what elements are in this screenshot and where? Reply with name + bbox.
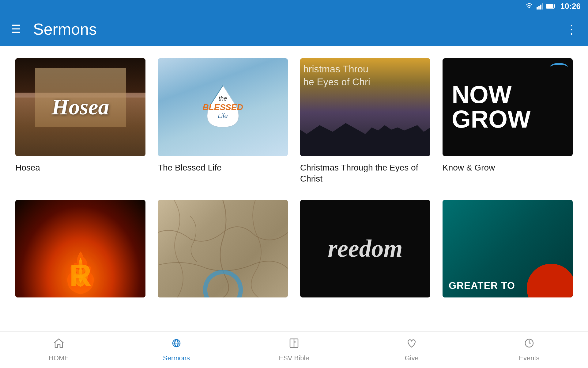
nav-item-sermons[interactable]: Sermons — [118, 337, 235, 362]
page-title: Sermons — [33, 20, 565, 38]
nav-item-home[interactable]: HOME — [0, 337, 118, 362]
sermon-thumbnail-greater: GREATER TO — [443, 200, 573, 298]
fire-letter-overlay: R — [69, 258, 91, 293]
nav-label-esv-bible: ESV Bible — [279, 354, 309, 362]
status-icons: 10:26 — [525, 2, 581, 11]
sermons-icon — [171, 337, 182, 352]
grow-text: GROW — [452, 107, 531, 132]
nav-item-give[interactable]: Give — [353, 337, 470, 362]
give-icon — [406, 337, 417, 352]
sermon-item-greater[interactable]: GREATER TO — [443, 200, 573, 304]
life-text: Life — [202, 112, 243, 120]
sermon-title-blessed-life: The Blessed Life — [158, 162, 288, 173]
christmas-overlay-text: hristmas Throu he Eyes of Chri — [303, 63, 370, 88]
sermon-title-christmas: Christmas Through the Eyes of Christ — [300, 162, 430, 185]
the-text: the — [202, 95, 243, 102]
bottom-nav: HOME Sermons ESV Bible — [0, 331, 588, 368]
greater-overlay-text: GREATER TO — [446, 277, 518, 294]
know-grow-overlay-text: NOW GROW — [452, 82, 531, 132]
svg-rect-2 — [540, 5, 541, 10]
sermon-item-hosea[interactable]: Hosea Hosea — [15, 58, 145, 185]
time-display: 10:26 — [560, 2, 581, 11]
sermon-thumbnail-fire: R — [15, 200, 145, 298]
sermon-thumbnail-know-grow: NOW GROW — [443, 58, 573, 156]
svg-rect-6 — [554, 5, 555, 7]
nav-item-events[interactable]: Events — [470, 337, 588, 362]
svg-rect-5 — [547, 4, 553, 8]
sermon-thumbnail-hosea: Hosea — [15, 58, 145, 156]
svg-rect-1 — [538, 6, 540, 10]
sermon-title-hosea: Hosea — [15, 162, 145, 173]
sermon-thumbnail-christmas: hristmas Throu he Eyes of Chri — [300, 58, 430, 156]
sermon-item-christmas[interactable]: hristmas Throu he Eyes of Chri Christmas… — [300, 58, 430, 185]
battery-icon — [546, 3, 556, 9]
nav-label-give: Give — [405, 354, 418, 362]
hamburger-menu-icon[interactable]: ☰ — [11, 24, 21, 35]
sermon-thumbnail-freedom: reedom — [300, 200, 430, 298]
app-bar: ☰ Sermons ⋮ — [0, 12, 588, 46]
hosea-overlay-text: Hosea — [52, 94, 109, 120]
sermon-item-fire[interactable]: R — [15, 200, 145, 304]
sermon-thumbnail-cracked — [158, 200, 288, 298]
nav-label-sermons: Sermons — [163, 354, 190, 362]
signal-icon — [537, 3, 543, 10]
content-area: Hosea Hosea the BLESSED Life — [0, 46, 588, 331]
more-options-icon[interactable]: ⋮ — [565, 22, 577, 36]
svg-rect-0 — [537, 7, 538, 10]
drop-text: the BLESSED Life — [202, 95, 243, 120]
freedom-overlay-text: reedom — [328, 235, 402, 263]
status-bar: 10:26 — [0, 0, 588, 12]
sermon-grid: Hosea Hosea the BLESSED Life — [15, 58, 573, 304]
drop-shape: the BLESSED Life — [203, 82, 243, 132]
sermon-item-blessed-life[interactable]: the BLESSED Life The Blessed Life — [158, 58, 288, 185]
svg-rect-3 — [542, 3, 543, 10]
nav-label-home: HOME — [49, 354, 69, 362]
sermon-item-freedom[interactable]: reedom — [300, 200, 430, 304]
spring-arc-icon — [550, 63, 568, 72]
nav-item-esv-bible[interactable]: ESV Bible — [235, 337, 353, 362]
sermon-thumbnail-blessed-life: the BLESSED Life — [158, 58, 288, 156]
sermon-item-know-grow[interactable]: NOW GROW Know & Grow — [443, 58, 573, 185]
nav-label-events: Events — [519, 354, 539, 362]
wifi-icon — [525, 3, 533, 10]
events-icon — [523, 337, 535, 352]
sermon-title-know-grow: Know & Grow — [443, 162, 573, 173]
sermon-item-cracked[interactable] — [158, 200, 288, 304]
home-icon — [53, 337, 65, 352]
now-text: NOW — [452, 82, 531, 107]
bible-icon — [288, 337, 300, 352]
blessed-text: BLESSED — [202, 102, 243, 113]
